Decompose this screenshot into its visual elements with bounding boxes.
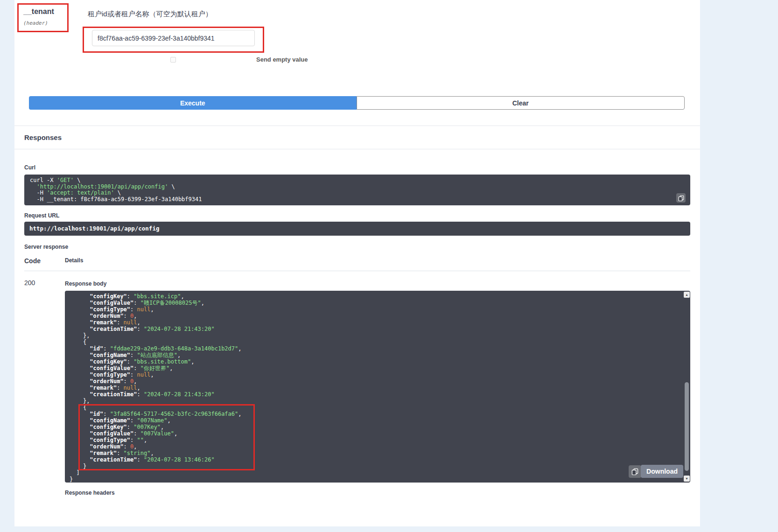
response-body-label: Response body	[65, 280, 690, 287]
param-name-annotation-box: __tenant (header)	[17, 3, 69, 32]
request-url-text: http://localhost:19001/api/app/config	[24, 222, 690, 236]
request-url-label: Request URL	[24, 212, 690, 219]
response-table-header: Code Details	[24, 257, 690, 271]
scrollbar-thumb[interactable]	[685, 382, 689, 471]
scroll-up-icon[interactable]: ▲	[684, 292, 690, 298]
parameter-row: __tenant (header) 租户id或者租户名称（可空为默认租户） Se…	[14, 0, 700, 63]
operation-panel: __tenant (header) 租户id或者租户名称（可空为默认租户） Se…	[14, 0, 700, 526]
execute-button[interactable]: Execute	[29, 96, 357, 110]
download-button[interactable]: Download	[641, 465, 683, 478]
clipboard-icon	[631, 468, 638, 475]
status-code: 200	[24, 279, 65, 496]
response-details-cell: Response body "configKey": "bbs.site.icp…	[65, 279, 690, 496]
param-description: 租户id或者租户名称（可空为默认租户）	[88, 10, 308, 19]
send-empty-checkbox[interactable]	[170, 57, 176, 63]
responses-body: Curl curl -X 'GET' \ 'http://localhost:1…	[14, 149, 700, 503]
scroll-down-icon[interactable]: ▼	[684, 476, 690, 482]
response-headers-label: Response headers	[65, 490, 690, 496]
param-location: (header)	[23, 20, 63, 26]
tenant-input[interactable]	[92, 30, 255, 46]
copy-response-icon[interactable]	[629, 465, 641, 478]
param-name: __tenant	[23, 7, 63, 16]
send-empty-row: Send empty value	[83, 56, 308, 63]
execute-row: Execute Clear	[29, 96, 685, 110]
curl-label: Curl	[24, 164, 690, 171]
copy-icon[interactable]	[676, 193, 686, 203]
response-body-json: "configKey": "bbs.site.icp", "configValu…	[65, 291, 690, 483]
clear-button[interactable]: Clear	[357, 96, 685, 110]
details-column-header: Details	[65, 257, 83, 265]
page-background: { "parameter": { "name": "__tenant", "in…	[0, 0, 778, 532]
response-table-row: 200 Response body "configKey": "bbs.site…	[24, 271, 690, 496]
param-description-column: 租户id或者租户名称（可空为默认租户） Send empty value	[83, 3, 308, 63]
curl-command-block: curl -X 'GET' \ 'http://localhost:19001/…	[24, 175, 690, 205]
request-url-block: http://localhost:19001/api/app/config	[24, 222, 690, 236]
send-empty-label: Send empty value	[256, 56, 308, 63]
server-response-label: Server response	[24, 244, 690, 250]
response-scrollbar[interactable]: ▲ ▼	[683, 292, 690, 482]
code-column-header: Code	[24, 257, 65, 265]
responses-section-title: Responses	[14, 126, 700, 149]
clipboard-icon	[678, 195, 684, 201]
param-input-annotation-box	[83, 27, 264, 53]
response-body-block: "configKey": "bbs.site.icp", "configValu…	[65, 291, 690, 483]
curl-command-text: curl -X 'GET' \ 'http://localhost:19001/…	[24, 175, 690, 205]
